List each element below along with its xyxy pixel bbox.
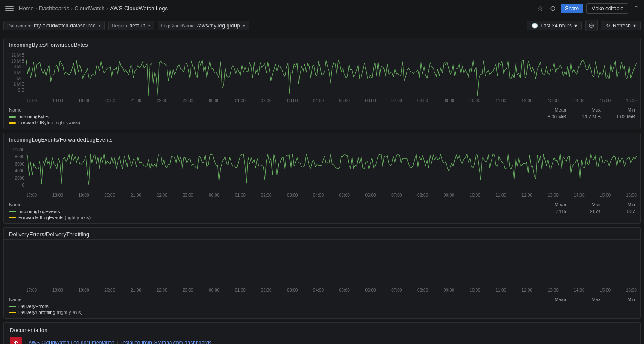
- doc-panel-body: Documentation | AWS CloudWatch Log docum…: [4, 323, 640, 344]
- region-chevron: ▾: [148, 24, 150, 28]
- doc-link-1[interactable]: AWS CloudWatch Log documentation: [28, 340, 115, 344]
- top-bar: Home › Dashboards › CloudWatch › AWS Clo…: [0, 0, 644, 17]
- panel3-legend-header: Name Mean Max Min: [9, 297, 635, 303]
- panel-incoming-log-events: IncomingLogEvents/ForwardedLogEvents 100…: [3, 133, 641, 224]
- loggroupname-filter[interactable]: LogGroupName /aws/my-log-group ▾: [158, 21, 249, 30]
- panel2-series-name-0: IncomingLogEvents: [18, 209, 541, 214]
- zoom-out-button[interactable]: ⊖: [585, 20, 598, 31]
- time-range-button[interactable]: 🕐 Last 24 hours ▾: [527, 21, 582, 30]
- panel3-legend-row-0[interactable]: DeliveryErrors: [9, 304, 635, 309]
- panel1-legend: Name Mean Max Min IncomingBytes 8.30 MiB…: [4, 106, 640, 129]
- panel1-body: 12 MiB 10 MiB 8 MiB 6 MiB 4 MiB 2 MiB 0 …: [4, 50, 640, 129]
- loggroupname-label: LogGroupName: [161, 23, 195, 28]
- panel1-header: IncomingBytes/ForwardedBytes: [4, 38, 640, 50]
- history-button[interactable]: ⊙: [548, 3, 557, 14]
- panel1-chart-svg: [26, 54, 637, 97]
- panel1-legend-stats-header: Mean Max Min: [541, 107, 635, 112]
- doc-link-2[interactable]: Installed from Grafana.com dashboards: [121, 340, 212, 344]
- panel2-y-axis: 10000 8000 6000 4000 2000 0: [7, 148, 24, 187]
- panel-incoming-bytes: IncomingBytes/ForwardedBytes 12 MiB 10 M…: [3, 38, 641, 129]
- hamburger-button[interactable]: [3, 3, 15, 15]
- panel2-chart-svg: [26, 149, 637, 192]
- top-actions: ☆ ⊙ Share Make editable ⌃: [535, 3, 641, 14]
- share-button[interactable]: Share: [561, 4, 583, 13]
- panel1-chart-area: [26, 54, 637, 97]
- panel2-chart-area: [26, 149, 637, 192]
- loggroupname-chevron: ▾: [243, 24, 245, 28]
- panel2-header: IncomingLogEvents/ForwardedLogEvents: [4, 133, 640, 145]
- time-range-chevron: ▾: [574, 23, 577, 29]
- panel1-stats-0: 8.30 MiB 10.7 MiB 1.02 MiB: [541, 114, 635, 119]
- panel2-stats-0: 7415 9674 837: [541, 209, 635, 214]
- panel2-legend-stats-header: Mean Max Min: [541, 202, 635, 207]
- datasource-filter[interactable]: Datasource my-cloudwatch-datasource ▾: [3, 21, 105, 30]
- panel2-swatch-0: [9, 211, 16, 212]
- doc-separator: |: [117, 340, 118, 344]
- refresh-icon: ↻: [606, 23, 610, 29]
- panel3-header: DeliveryErrors/DeliveryThrottling: [4, 228, 640, 240]
- breadcrumb-sep-2: ›: [71, 5, 73, 12]
- clock-icon: 🕐: [532, 23, 538, 29]
- panel1-swatch-1: [9, 122, 16, 124]
- panel3-swatch-0: [9, 306, 16, 307]
- panel-documentation: Documentation | AWS CloudWatch Log docum…: [3, 322, 641, 344]
- panel2-title: IncomingLogEvents/ForwardedLogEvents: [9, 136, 112, 143]
- main-content: IncomingBytes/ForwardedBytes 12 MiB 10 M…: [0, 34, 644, 344]
- panel3-legend-stats-header: Mean Max Min: [541, 297, 635, 302]
- panel1-legend-row-1[interactable]: ForwardedBytes (right y-axis): [9, 120, 635, 125]
- panel3-body: 17:00 18:00 19:00 20:00 21:00 22:00 23:0…: [4, 240, 640, 318]
- panel2-legend-header: Name Mean Max Min: [9, 202, 635, 208]
- panel3-x-axis: 17:00 18:00 19:00 20:00 21:00 22:00 23:0…: [26, 287, 637, 293]
- doc-icon: [10, 337, 22, 344]
- datasource-chevron: ▾: [99, 24, 101, 28]
- breadcrumb: Home › Dashboards › CloudWatch › AWS Clo…: [19, 5, 532, 12]
- breadcrumb-home[interactable]: Home: [19, 5, 34, 12]
- panel2-series-name-1: ForwardedLogEvents (right y-axis): [18, 215, 541, 220]
- panel2-swatch-1: [9, 217, 16, 218]
- panel3-chart-area: [26, 244, 637, 287]
- loggroupname-value: /aws/my-log-group: [197, 23, 240, 29]
- panel2-legend-name-col: Name: [9, 202, 21, 207]
- panel3-series-name-1: DeliveryThrottling (right y-axis): [18, 310, 541, 315]
- panel1-legend-name-col: Name: [9, 107, 21, 112]
- refresh-button[interactable]: ↻ Refresh ▾: [601, 21, 641, 30]
- panel3-legend-row-1[interactable]: DeliveryThrottling (right y-axis): [9, 310, 635, 315]
- panel1-y-axis: 12 MiB 10 MiB 8 MiB 6 MiB 4 MiB 2 MiB 0 …: [7, 53, 24, 93]
- refresh-chevron: ▾: [633, 23, 636, 29]
- region-filter[interactable]: Region default ▾: [108, 21, 154, 30]
- star-button[interactable]: ☆: [535, 3, 545, 14]
- breadcrumb-dashboards[interactable]: Dashboards: [39, 5, 69, 12]
- panel1-x-axis: 17:00 18:00 19:00 20:00 21:00 22:00 23:0…: [26, 97, 637, 104]
- panel3-series-name-0: DeliveryErrors: [18, 304, 541, 309]
- make-editable-button[interactable]: Make editable: [586, 3, 628, 14]
- datasource-label: Datasource: [7, 23, 31, 28]
- hamburger-icon: [5, 4, 14, 13]
- breadcrumb-sep-1: ›: [36, 5, 37, 12]
- panel3-legend-name-col: Name: [9, 297, 21, 302]
- panel2-legend: Name Mean Max Min IncomingLogEvents 7415…: [4, 200, 640, 223]
- panel3-chart-svg: [26, 244, 637, 287]
- panel3-chart-container: 17:00 18:00 19:00 20:00 21:00 22:00 23:0…: [4, 242, 640, 295]
- panel2-chart-container: 10000 8000 6000 4000 2000 0 17:00 18:00 …: [4, 148, 640, 200]
- collapse-button[interactable]: ⌃: [632, 3, 641, 14]
- datasource-value: my-cloudwatch-datasource: [34, 23, 95, 29]
- panel1-swatch-0: [9, 116, 16, 118]
- doc-body: | AWS CloudWatch Log documentation | Ins…: [10, 337, 634, 344]
- panel2-x-axis: 17:00 18:00 19:00 20:00 21:00 22:00 23:0…: [26, 192, 637, 199]
- panel2-legend-row-1[interactable]: ForwardedLogEvents (right y-axis): [9, 215, 635, 220]
- refresh-label: Refresh: [613, 23, 631, 29]
- region-label: Region: [112, 23, 127, 28]
- panel3-legend: Name Mean Max Min DeliveryErrors: [4, 295, 640, 318]
- panel1-title: IncomingBytes/ForwardedBytes: [9, 42, 88, 48]
- panel1-legend-row-0[interactable]: IncomingBytes 8.30 MiB 10.7 MiB 1.02 MiB: [9, 114, 635, 119]
- breadcrumb-cloudwatch[interactable]: CloudWatch: [74, 5, 104, 12]
- panel-delivery-errors: DeliveryErrors/DeliveryThrottling 17:00 …: [3, 227, 641, 319]
- filter-bar: Datasource my-cloudwatch-datasource ▾ Re…: [0, 17, 644, 34]
- doc-title: Documentation: [10, 327, 634, 333]
- doc-separator-before: |: [24, 340, 26, 344]
- panel1-series-name-0: IncomingBytes: [18, 114, 541, 119]
- panel2-legend-row-0[interactable]: IncomingLogEvents 7415 9674 837: [9, 209, 635, 214]
- panel3-swatch-1: [9, 312, 16, 313]
- time-range-label: Last 24 hours: [541, 23, 572, 29]
- region-value: default: [130, 23, 145, 29]
